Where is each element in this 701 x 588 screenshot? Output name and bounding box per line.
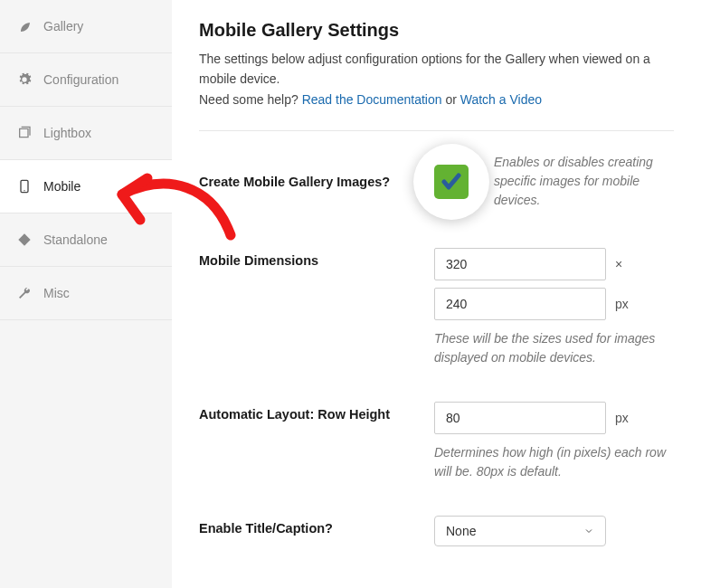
sidebar-item-label: Misc: [43, 286, 70, 300]
sidebar-item-label: Standalone: [43, 232, 108, 247]
help-or: or: [442, 92, 460, 107]
sidebar-item-configuration[interactable]: Configuration: [0, 53, 172, 107]
sidebar-item-mobile[interactable]: Mobile: [0, 160, 172, 213]
title-caption-selected: None: [446, 524, 476, 538]
row-height-unit: px: [615, 411, 629, 425]
sidebar-item-label: Configuration: [43, 72, 118, 87]
help-line: Need some help? Read the Documentation o…: [199, 92, 674, 107]
sidebar-item-label: Mobile: [43, 179, 81, 194]
dimension-separator: ×: [615, 257, 622, 271]
row-height-input[interactable]: [434, 402, 606, 434]
layers-icon: [16, 125, 33, 141]
create-mobile-images-hint: Enables or disables creating specific im…: [494, 153, 674, 210]
row-row-height: Automatic Layout: Row Height px Determin…: [199, 402, 674, 481]
create-mobile-images-label: Create Mobile Gallery Images?: [199, 175, 434, 189]
mobile-width-input[interactable]: [434, 248, 606, 280]
mobile-icon: [16, 178, 33, 194]
sidebar-item-label: Gallery: [43, 19, 83, 33]
title-caption-select[interactable]: None: [434, 516, 606, 546]
svg-point-1: [24, 190, 24, 191]
row-create-mobile-images: Create Mobile Gallery Images? Enables or…: [199, 153, 674, 210]
sidebar-item-lightbox[interactable]: Lightbox: [0, 107, 172, 160]
page-title: Mobile Gallery Settings: [199, 20, 674, 41]
sidebar-item-gallery[interactable]: Gallery: [0, 0, 172, 53]
sidebar-item-misc[interactable]: Misc: [0, 267, 172, 320]
row-height-hint: Determines how high (in pixels) each row…: [434, 443, 674, 481]
documentation-link[interactable]: Read the Documentation: [302, 92, 442, 107]
dimension-unit: px: [615, 297, 629, 311]
sidebar-item-standalone[interactable]: Standalone: [0, 213, 172, 267]
title-caption-label: Enable Title/Caption?: [199, 516, 434, 536]
wrench-icon: [16, 285, 33, 301]
row-mobile-dimensions: Mobile Dimensions × px These will be the…: [199, 248, 674, 367]
row-height-label: Automatic Layout: Row Height: [199, 402, 434, 422]
mobile-dimensions-hint: These will be the sizes used for images …: [434, 329, 674, 367]
chevron-down-icon: [583, 526, 594, 536]
mobile-dimensions-label: Mobile Dimensions: [199, 248, 434, 268]
diamond-icon: [16, 232, 33, 248]
leaf-icon: [16, 18, 33, 34]
help-prefix: Need some help?: [199, 92, 302, 107]
page-description: The settings below adjust configuration …: [199, 50, 674, 89]
divider: [199, 130, 674, 131]
check-icon: [440, 171, 462, 193]
gear-icon: [16, 71, 33, 88]
create-mobile-images-checkbox[interactable]: [434, 165, 469, 199]
video-link[interactable]: Watch a Video: [460, 92, 542, 107]
main-panel: Mobile Gallery Settings The settings bel…: [172, 0, 701, 588]
row-title-caption: Enable Title/Caption? None: [199, 516, 674, 546]
sidebar-item-label: Lightbox: [43, 126, 91, 140]
sidebar: Gallery Configuration Lightbox Mobile St…: [0, 0, 172, 588]
mobile-height-input[interactable]: [434, 288, 606, 320]
